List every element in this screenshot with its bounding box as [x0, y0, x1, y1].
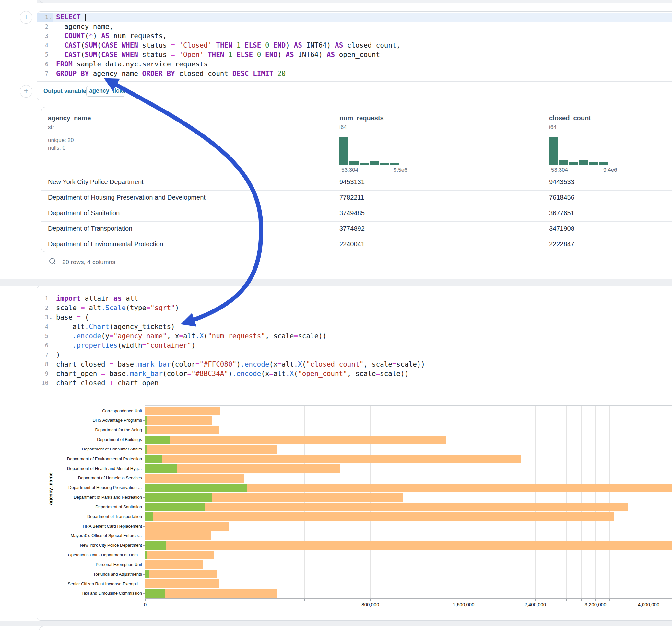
table-row: Department of Transportation377489234719…	[42, 221, 672, 237]
x-tick	[596, 599, 596, 601]
y-tick	[143, 516, 145, 517]
line-number: 2	[38, 303, 48, 313]
code-token: (	[203, 332, 208, 340]
x-axis-line	[145, 598, 672, 599]
code-token: scale	[397, 360, 417, 368]
grid-line	[463, 406, 464, 598]
line-number: 6	[38, 341, 48, 350]
code-token: =	[278, 360, 282, 368]
code-token	[273, 70, 278, 77]
histogram-bar	[559, 161, 568, 165]
y-tick-label: Department of Transportation	[61, 514, 142, 519]
code-token	[138, 51, 142, 59]
bar-open	[145, 570, 149, 579]
code-token: base	[109, 370, 126, 378]
y-tick	[143, 449, 145, 450]
code-token	[81, 295, 85, 302]
output-variable-pill[interactable]: agency_tickets	[86, 86, 125, 97]
y-tick-label: Department of Consumer Affairs	[61, 446, 142, 452]
code-line: base = (	[56, 313, 89, 322]
code-token: status	[142, 42, 171, 49]
code-token: CAST	[64, 42, 81, 49]
x-tick	[551, 599, 551, 601]
y-tick	[143, 459, 145, 459]
code-token: =	[171, 42, 175, 49]
code-token: AS	[294, 42, 302, 49]
code-token: (	[97, 42, 101, 49]
table-row-count: 20 rows, 4 columns	[62, 259, 115, 266]
x-tick	[397, 599, 397, 601]
code-token: alt	[89, 304, 101, 312]
code-token	[76, 304, 81, 312]
code-token: .Chart	[85, 323, 110, 331]
grid-line	[661, 406, 661, 598]
code-token: )	[286, 42, 294, 49]
y-tick-label: Personal Exemption Unit	[61, 562, 142, 567]
code-token: END	[265, 51, 278, 59]
code-token	[56, 342, 73, 349]
x-tick	[501, 599, 502, 601]
code-token: 0	[265, 42, 269, 49]
line-number: 2	[38, 22, 48, 31]
grid-line	[397, 406, 397, 598]
code-token: GROUP	[56, 70, 76, 77]
code-token	[261, 42, 265, 49]
table-cell: 2222847	[549, 240, 574, 248]
line-number: 9	[38, 369, 48, 379]
code-token: ))	[400, 370, 408, 378]
x-tick	[566, 599, 567, 601]
column-header: agency_name	[48, 114, 91, 122]
code-token	[138, 42, 142, 49]
page-gap-middle	[0, 280, 672, 286]
code-token: (	[126, 304, 130, 312]
table-cell: 3774892	[339, 225, 365, 232]
code-token: )	[278, 51, 286, 59]
code-token: =	[109, 332, 114, 340]
code-line: .properties(width="container")	[56, 341, 195, 350]
code-token: =	[187, 370, 192, 378]
code-token: )	[191, 342, 195, 349]
x-tick-label: 2,400,000	[509, 602, 561, 607]
code-token: WHEN	[122, 42, 138, 49]
code-token	[224, 51, 229, 59]
y-tick	[143, 420, 145, 421]
histogram-bar	[350, 161, 359, 165]
y-tick	[143, 430, 145, 430]
code-token: scale	[372, 360, 392, 368]
y-tick-label: Mayorâ€ s Office of Special Enforce…	[61, 533, 142, 538]
code-token: ))	[417, 360, 425, 368]
code-token: .Scale	[101, 304, 126, 312]
bar-open	[145, 455, 162, 463]
histogram-min-label: 53,304	[341, 167, 358, 173]
add-cell-button-top[interactable]: +	[20, 11, 32, 24]
plus-icon: +	[24, 12, 28, 21]
add-cell-button-output[interactable]: +	[20, 85, 32, 98]
line-number: 3	[38, 313, 48, 322]
code-token	[76, 70, 81, 77]
code-token: scale	[273, 332, 294, 340]
code-token	[114, 360, 118, 368]
code-token: altair	[85, 295, 110, 302]
code-token: (	[294, 370, 298, 378]
x-tick	[535, 599, 535, 601]
y-tick-label: Department of Environmental Protection	[61, 456, 142, 461]
table-cell: Department of Environmental Protection	[48, 240, 163, 248]
line-number: 1	[38, 13, 48, 22]
x-tick	[145, 599, 146, 601]
table-cell: Department of Transportation	[48, 225, 132, 232]
grid-line	[483, 406, 483, 598]
grid-line	[443, 406, 443, 598]
code-token: =	[392, 360, 397, 368]
grid-line	[596, 406, 596, 598]
code-token	[302, 42, 306, 49]
code-token: (	[85, 32, 89, 40]
code-line: chart_open = base.mark_bar(color="#8BC34…	[56, 369, 409, 379]
code-token: ORDER	[142, 70, 163, 77]
grid-line	[609, 406, 610, 598]
line-number: 8	[38, 360, 48, 369]
y-tick-label: Correspondence Unit	[61, 408, 142, 413]
code-token: alt	[73, 323, 85, 331]
y-tick	[143, 440, 145, 440]
code-token: closed_count	[179, 70, 232, 77]
plot-top-edge	[145, 405, 672, 406]
